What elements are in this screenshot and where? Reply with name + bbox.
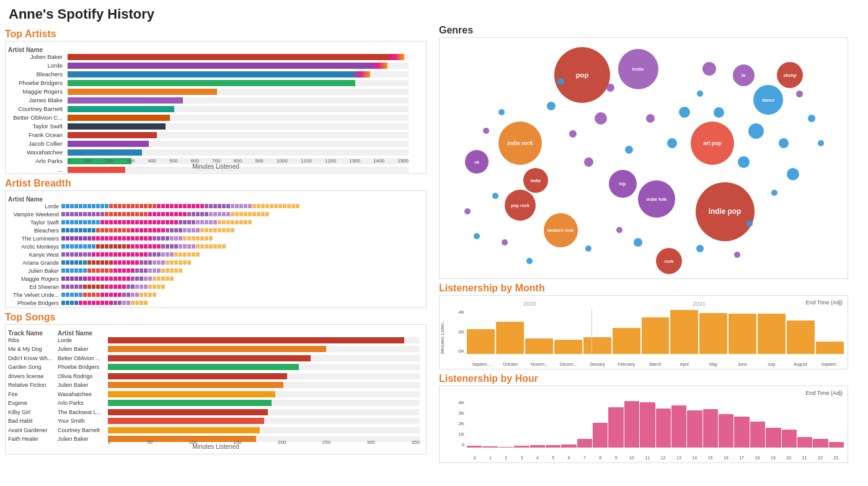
breadth-pixel [74,236,78,241]
breadth-pixel [79,212,82,216]
breadth-pixel [140,236,143,241]
genre-bubble: dance [753,85,783,115]
breadth-pixel [135,204,139,208]
month-bar [613,328,640,354]
breadth-pixel [87,212,91,216]
hour-tick-label: 18 [750,456,765,460]
breadth-pixel [222,204,226,208]
genre-bubble: pop rock [505,190,536,221]
breadth-pixel [113,212,117,216]
breadth-pixel [183,236,187,241]
breadth-pixel [122,268,126,273]
song-artist-name: Olivia Rodrigo [58,373,102,379]
artist-bar-label: Better Oblivion C... [9,114,65,121]
top-artists-chart: Artist Name Julien BakerLordeBleachersPh… [5,41,427,174]
top-songs-chart: Track Name Artist Name RibsLordeMe & My … [5,324,427,454]
breadth-pixel [140,276,143,281]
breadth-pixel [196,204,200,208]
genre-bubble [667,138,677,148]
breadth-pixel [166,236,169,241]
artist-bar-fill [68,54,404,60]
breadth-pixel [122,293,126,297]
breadth-pixel [100,285,104,289]
breadth-pixel [192,244,195,249]
breadth-pixel [196,244,200,249]
breadth-pixel [92,204,95,208]
song-artist-name: Arlo Parks [58,400,102,406]
artist-breadth-chart: Artist Name LordeVampire WeekendTaylor S… [5,190,427,308]
breadth-pixel [79,236,82,241]
breadth-pixel [213,204,217,208]
hour-chart: End Time (Adj) 01K2K3K4K 012345678910111… [439,386,848,463]
breadth-pixel [144,204,148,208]
genre-bubble [818,140,824,146]
breadth-pixel [131,236,135,241]
breadth-pixel [126,268,130,273]
genre-bubble: uk [465,150,489,174]
hour-bar [530,445,545,448]
breadth-pixel [257,204,260,208]
artist-bar-label: Courtney Barnett [9,105,65,112]
breadth-pixel [192,220,195,224]
breadth-pixel [187,236,191,241]
breadth-pixels [61,244,226,249]
breadth-pixel [265,204,269,208]
genre-bubble [634,238,642,247]
breadth-pixel [196,212,200,216]
breadth-pixel [109,220,113,224]
breadth-pixel [174,260,178,265]
breadth-pixel [79,301,82,305]
breadth-pixel [70,293,74,297]
breadth-pixel [140,260,143,265]
breadth-pixel [126,285,130,289]
breadth-pixel [135,285,139,289]
breadth-label: Lorde [7,203,59,210]
breadth-pixel [122,228,126,232]
breadth-pixel [105,301,108,305]
hour-bar [829,442,844,448]
breadth-pixel [83,228,87,232]
breadth-label: Vampire Weekend [7,211,59,218]
artist-bar-track [68,141,409,147]
breadth-label: Ed Sheeran [7,284,59,290]
breadth-pixel [144,212,148,216]
breadth-pixel [144,220,148,224]
breadth-pixel [200,212,204,216]
song-track-name: Relative Fiction [8,382,58,388]
breadth-pixel [148,260,152,265]
breadth-pixel [113,285,117,289]
breadth-pixel [161,228,165,232]
breadth-pixel [122,260,126,265]
breadth-pixel [153,293,156,297]
breadth-pixel [153,285,156,289]
breadth-pixel [153,212,156,216]
artist-bar-label: Phoebe Bridgers [9,79,65,86]
genres-title: Genres [439,25,863,36]
breadth-pixel [92,244,95,249]
artist-bar-fill [68,132,157,138]
breadth-row: Taylor Swift [61,218,418,226]
breadth-pixel [126,252,130,257]
genre-bubble: indie [618,49,658,89]
hour-tick-label: 6 [561,456,577,460]
breadth-pixels [61,268,182,273]
breadth-pixel [179,228,182,232]
breadth-pixel [92,268,95,273]
breadth-pixel [105,285,108,289]
breadth-row: Vampire Weekend [61,210,418,218]
breadth-pixel [161,276,165,281]
breadth-pixel [166,204,169,208]
breadth-pixel [187,260,191,265]
breadth-label: The Velvet Unde... [7,292,59,298]
breadth-pixel [92,260,95,265]
breadth-pixel [126,212,130,216]
breadth-pixel [87,220,91,224]
breadth-pixel [170,268,174,273]
hour-bar [577,439,592,448]
breadth-pixel [187,252,191,257]
breadth-pixel [122,285,126,289]
breadth-row: Ariana Grande [61,258,418,267]
song-track-name: Bad Habit [8,418,58,424]
breadth-col-header: Artist Name [8,196,43,203]
breadth-pixel [113,204,117,208]
